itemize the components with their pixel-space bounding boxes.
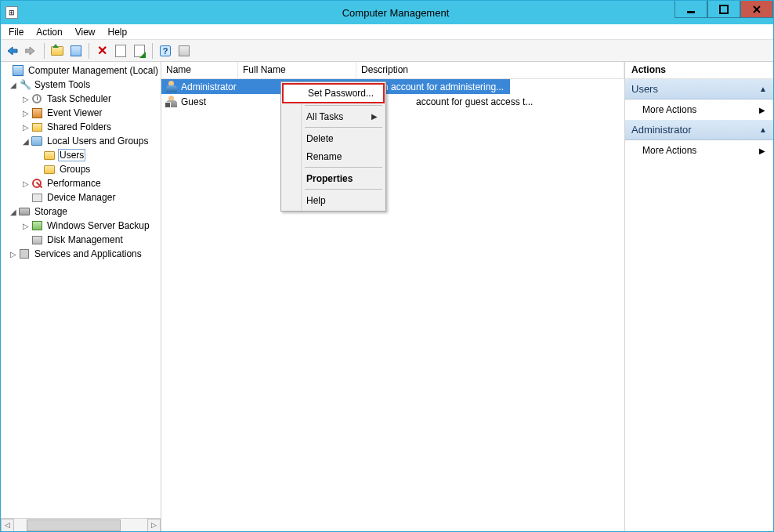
scroll-right-button[interactable]: ▷ <box>147 519 161 532</box>
cell-name: Administrator <box>181 81 237 92</box>
scroll-track[interactable] <box>14 519 147 532</box>
menu-help[interactable]: Help <box>283 191 384 209</box>
toolbar: ✕ ? <box>1 40 773 62</box>
actions-section-users[interactable]: Users▲ <box>625 79 773 100</box>
cell-description: account for guest access t... <box>416 96 533 107</box>
column-fullname[interactable]: Full Name <box>238 62 356 78</box>
back-button[interactable] <box>4 42 21 60</box>
forward-button[interactable] <box>23 42 40 60</box>
tree-root[interactable]: Computer Management (Local) <box>2 63 161 78</box>
menu-all-tasks[interactable]: All Tasks▶ <box>283 107 384 125</box>
main-area: Computer Management (Local) ◢🔧System Too… <box>1 62 773 531</box>
expand-icon[interactable]: ◢ <box>21 137 31 146</box>
expand-icon[interactable]: ▷ <box>21 179 31 188</box>
tree-system-tools[interactable]: ◢🔧System Tools <box>2 78 161 92</box>
tree-shared-folders[interactable]: ▷Shared Folders <box>2 120 161 134</box>
menu-separator <box>305 167 382 168</box>
column-description[interactable]: Description <box>356 62 624 78</box>
svg-marker-5 <box>25 47 34 55</box>
collapse-icon: ▲ <box>759 85 767 93</box>
expand-icon[interactable]: ▷ <box>21 123 31 132</box>
svg-marker-4 <box>8 47 17 55</box>
tree-users[interactable]: Users <box>2 148 161 162</box>
menu-separator <box>305 189 382 190</box>
tree-task-scheduler[interactable]: ▷Task Scheduler <box>2 92 161 106</box>
expand-icon[interactable]: ▷ <box>9 250 18 259</box>
menu-view[interactable]: View <box>75 27 96 38</box>
scroll-left-button[interactable]: ◁ <box>1 519 14 532</box>
actions-section-administrator[interactable]: Administrator▲ <box>625 120 773 140</box>
show-actions-button[interactable] <box>175 42 193 60</box>
actions-header: Actions <box>625 62 773 79</box>
console-tree[interactable]: Computer Management (Local) ◢🔧System Too… <box>1 62 161 518</box>
menu-set-password[interactable]: Set Password... <box>282 83 385 103</box>
menu-help[interactable]: Help <box>108 27 128 38</box>
minimize-button[interactable] <box>675 1 707 18</box>
system-menu-icon[interactable]: ⊞ <box>5 6 18 19</box>
menu-file[interactable]: File <box>9 27 24 38</box>
properties-sheet-button[interactable] <box>112 42 129 60</box>
list-row-guest[interactable]: Guest account for guest access t... <box>161 94 624 109</box>
tree-performance[interactable]: ▷Performance <box>2 176 161 190</box>
actions-pane: Actions Users▲ More Actions▶ Administrat… <box>624 62 773 531</box>
tree-groups[interactable]: Groups <box>2 162 161 176</box>
submenu-arrow-icon: ▶ <box>371 112 378 121</box>
scroll-thumb[interactable] <box>27 519 121 531</box>
user-disabled-icon <box>165 96 179 108</box>
submenu-arrow-icon: ▶ <box>759 106 765 114</box>
help-button[interactable]: ? <box>157 42 174 60</box>
tree-windows-server-backup[interactable]: ▷Windows Server Backup <box>2 219 161 233</box>
tree-device-manager[interactable]: Device Manager <box>2 190 161 204</box>
collapse-icon: ▲ <box>759 125 767 134</box>
user-icon <box>165 81 179 93</box>
tree-disk-management[interactable]: Disk Management <box>2 233 161 247</box>
tree-local-users-groups[interactable]: ◢Local Users and Groups <box>2 134 161 148</box>
properties-grid-button[interactable] <box>67 42 85 60</box>
list-header: Name Full Name Description <box>161 62 624 79</box>
expand-icon[interactable]: ▷ <box>21 95 31 103</box>
action-more-actions-users[interactable]: More Actions▶ <box>625 100 773 120</box>
menu-bar: File Action View Help <box>1 24 773 40</box>
expand-icon[interactable]: ▷ <box>21 222 31 230</box>
menu-rename[interactable]: Rename <box>283 147 384 165</box>
maximize-button[interactable] <box>707 1 740 18</box>
menu-separator <box>305 127 382 128</box>
tree-pane: Computer Management (Local) ◢🔧System Too… <box>1 62 161 531</box>
svg-rect-0 <box>687 11 695 13</box>
submenu-arrow-icon: ▶ <box>759 147 765 155</box>
tree-horizontal-scrollbar[interactable]: ◁ ▷ <box>1 518 161 531</box>
expand-icon[interactable]: ◢ <box>9 208 18 216</box>
title-bar: ⊞ Computer Management <box>1 1 773 24</box>
close-button[interactable] <box>740 1 773 18</box>
tree-storage[interactable]: ◢Storage <box>2 204 161 219</box>
action-more-actions-administrator[interactable]: More Actions▶ <box>625 140 773 161</box>
menu-delete[interactable]: Delete <box>283 129 384 147</box>
list-pane: Name Full Name Description Administrator… <box>161 62 624 531</box>
context-menu: Set Password... All Tasks▶ Delete Rename… <box>280 81 386 212</box>
delete-button[interactable]: ✕ <box>93 42 110 60</box>
menu-separator <box>305 105 382 106</box>
tree-event-viewer[interactable]: ▷Event Viewer <box>2 106 161 120</box>
expand-icon[interactable]: ▷ <box>21 109 31 118</box>
column-name[interactable]: Name <box>161 62 238 78</box>
window-title: Computer Management <box>18 7 773 19</box>
export-button[interactable] <box>131 42 148 60</box>
menu-properties[interactable]: Properties <box>283 169 384 187</box>
menu-action[interactable]: Action <box>36 27 62 38</box>
svg-rect-1 <box>720 5 728 13</box>
cell-name: Guest <box>181 96 206 107</box>
up-folder-button[interactable] <box>49 42 66 60</box>
expand-icon[interactable]: ◢ <box>9 81 18 89</box>
tree-services-applications[interactable]: ▷Services and Applications <box>2 247 161 261</box>
